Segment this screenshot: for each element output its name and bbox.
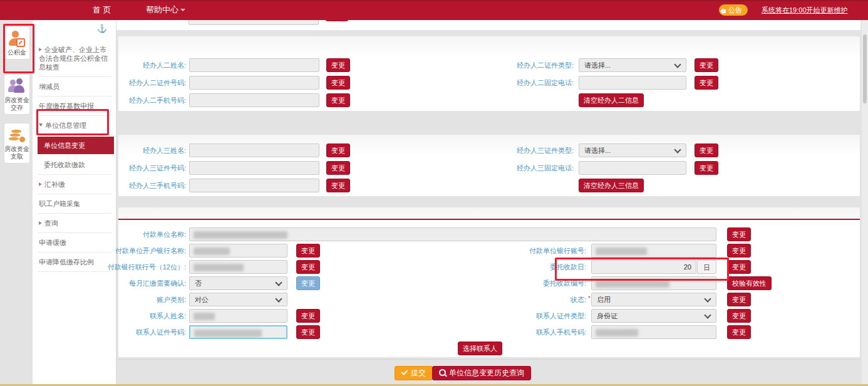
clear-agent3-button[interactable]: 清空经办人三信息 xyxy=(579,179,644,192)
change-button[interactable]: 变更 xyxy=(296,260,320,274)
change-button[interactable]: 变更 xyxy=(695,161,718,175)
agent3-doc-type-select[interactable]: 请选择... xyxy=(579,143,686,157)
redacted-value xyxy=(596,248,647,255)
nav-help-center[interactable]: 帮助中心 xyxy=(146,1,185,19)
change-button[interactable]: 变更 xyxy=(296,325,320,339)
change-button[interactable]: 变更 xyxy=(727,293,751,306)
payer-bank-name-input[interactable] xyxy=(189,244,287,258)
redacted-value xyxy=(194,231,287,239)
monthly-confirm-select[interactable]: 否 xyxy=(189,276,287,290)
rail-label: 房改资金交存 xyxy=(4,96,29,114)
nav-home[interactable]: 首 页 xyxy=(93,1,111,19)
collect-day-input[interactable]: 20 xyxy=(591,260,696,274)
search-icon xyxy=(439,369,446,376)
rail-label: 公积金 xyxy=(4,49,29,59)
change-history-query-button[interactable]: 单位信息变更历史查询 xyxy=(432,366,531,380)
field-label: 付款银行联行号（12位）: xyxy=(92,260,186,274)
chevron-down-icon xyxy=(275,295,282,302)
anchor-icon[interactable]: ⚓ xyxy=(97,24,107,33)
chevron-down-icon xyxy=(674,61,681,68)
agent3-id-input[interactable] xyxy=(189,161,319,175)
agent2-tel-input[interactable] xyxy=(579,76,686,90)
chevron-down-icon xyxy=(180,9,185,11)
payer-bank-code-input[interactable] xyxy=(189,260,287,274)
agent3-tel-input[interactable] xyxy=(579,161,686,175)
field-label: 账户类别: xyxy=(92,293,186,306)
form-row: 联系人证件号码: 变更 联系人手机号码: 变更 xyxy=(118,325,860,339)
change-button[interactable]: 变更 xyxy=(326,161,350,175)
change-button[interactable]: 变更 xyxy=(296,244,320,258)
collect-no-input[interactable] xyxy=(591,276,716,290)
submit-button[interactable]: 提交 xyxy=(395,366,433,380)
change-button[interactable]: 变更 xyxy=(727,309,751,323)
chevron-down-icon xyxy=(704,311,711,318)
section-divider xyxy=(118,219,860,220)
change-button[interactable]: 变更 xyxy=(727,325,751,339)
change-button-disabled[interactable]: 变更 xyxy=(296,276,320,290)
payer-bank-account-input[interactable] xyxy=(591,244,716,258)
chevron-down-icon xyxy=(674,146,681,153)
chevron-down-icon xyxy=(704,295,711,302)
change-button[interactable]: 变更 xyxy=(695,58,718,72)
field-label: 经办人二姓名: xyxy=(92,58,186,72)
field-label: 经办人三固定电话: xyxy=(480,161,574,175)
field-label: 联系人证件号码: xyxy=(92,325,186,339)
change-button[interactable]: 变更 xyxy=(727,227,751,241)
change-button[interactable]: 变更 xyxy=(326,58,350,72)
payer-name-input[interactable] xyxy=(189,227,716,241)
agent3-section: 经办人三姓名: 变更 经办人三证件类型: 请选择... 变更 经办人三证件号码:… xyxy=(118,134,860,197)
change-button[interactable]: 变更 xyxy=(326,93,350,107)
contact-name-input[interactable] xyxy=(189,309,287,323)
coins-icon xyxy=(9,127,25,143)
agent2-doc-type-select[interactable]: 请选择... xyxy=(579,58,686,72)
form-row: 账户类别: 对公 状态: * 启用 变更 xyxy=(118,293,860,306)
change-button[interactable]: 变更 xyxy=(727,260,751,274)
agent2-id-input[interactable] xyxy=(189,76,319,90)
account-type-select[interactable]: 对公 xyxy=(189,293,287,306)
change-button[interactable]: 变更 xyxy=(326,143,350,157)
verify-validity-button[interactable]: 校验有效性 xyxy=(727,276,772,290)
contact-mobile-input[interactable] xyxy=(591,325,716,339)
form-row: 经办人三手机号码: 变更 清空经办人三信息 xyxy=(118,179,860,192)
rail-item-fanggai-zhiqu[interactable]: 房改资金支取 xyxy=(4,123,30,164)
agent2-name-input[interactable] xyxy=(189,58,319,72)
sidebar-item-zhigonghuji[interactable]: 职工户籍采集 xyxy=(38,194,111,214)
redacted-value xyxy=(194,313,215,320)
form-row: 经办人二证件号码: 变更 经办人二固定电话: 变更 xyxy=(118,76,860,90)
status-select[interactable]: 启用 xyxy=(591,293,716,306)
clear-agent2-button[interactable]: 清空经办人二信息 xyxy=(579,93,644,107)
top-header: 首 页 帮助中心 公告 系统将在19:00开始更新维护 xyxy=(0,0,868,20)
check-icon xyxy=(401,368,408,375)
payment-section: 付款单位名称: 变更 付款单位开户银行名称: 变更 付款单位银行账号: 变更 付… xyxy=(118,207,860,358)
field-label: 状态: xyxy=(492,293,586,306)
maintenance-notice-link[interactable]: 系统将在19:00开始更新维护 xyxy=(762,1,848,19)
change-button[interactable]: 变更 xyxy=(695,143,718,157)
change-button[interactable]: 变更 xyxy=(326,179,350,192)
change-button[interactable]: 变更 xyxy=(296,309,320,323)
redacted-value xyxy=(596,280,669,288)
scrollbar-track xyxy=(862,19,868,384)
form-row: 联系人姓名: 变更 联系人证件类型: 身份证 变更 xyxy=(118,309,860,323)
form-row: 付款单位开户银行名称: 变更 付款单位银行账号: 变更 xyxy=(118,244,860,258)
redacted-value xyxy=(596,329,638,336)
agent3-name-input[interactable] xyxy=(189,143,319,157)
agent3-mobile-input[interactable] xyxy=(189,179,319,192)
agent2-mobile-input[interactable] xyxy=(189,93,319,107)
sidebar-item-danweixinxiguanli[interactable]: 单位信息管理 xyxy=(38,116,111,135)
change-button[interactable]: 变更 xyxy=(326,76,350,90)
redacted-value xyxy=(194,264,244,271)
rail-item-fanggai-jiaocun[interactable]: 房改资金交存 xyxy=(4,74,30,115)
change-button[interactable]: 变更 xyxy=(727,244,751,258)
scrollbar-thumb[interactable] xyxy=(863,34,867,103)
contact-id-input[interactable] xyxy=(189,325,287,339)
rail-item-gongjijin[interactable]: 公积金 xyxy=(4,26,30,60)
triangle-down-icon xyxy=(39,123,43,127)
announcement-badge[interactable]: 公告 xyxy=(719,4,748,16)
change-button[interactable]: 变更 xyxy=(695,76,718,90)
contact-doc-type-select[interactable]: 身份证 xyxy=(591,309,716,323)
redacted-value xyxy=(194,330,262,337)
person-edit-icon xyxy=(9,31,25,47)
form-row: 付款单位名称: 变更 xyxy=(118,227,860,241)
select-contact-button[interactable]: 选择联系人 xyxy=(458,342,502,355)
field-label: 联系人姓名: xyxy=(92,309,186,323)
